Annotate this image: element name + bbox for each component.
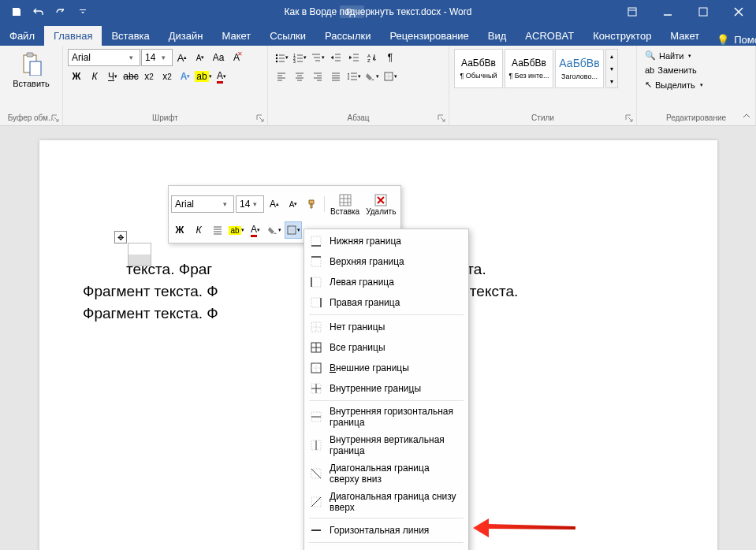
styles-scroll-down[interactable]: ▾ xyxy=(606,62,617,75)
tell-me[interactable]: 💡 Помощь... xyxy=(709,34,756,46)
tab-acrobat[interactable]: ACROBAT xyxy=(516,26,583,46)
grow-font-button[interactable]: A▴ xyxy=(173,49,191,66)
qat-customize-button[interactable] xyxy=(73,2,93,22)
paragraph-dialog-launcher[interactable] xyxy=(436,113,447,124)
align-center-button[interactable] xyxy=(291,68,308,85)
multilevel-button[interactable]: ▾ xyxy=(309,49,326,66)
menu-inside-borders[interactable]: Внутренние границы xyxy=(304,378,468,399)
align-right-button[interactable] xyxy=(309,68,326,85)
minimize-button[interactable] xyxy=(650,0,685,24)
mini-bold[interactable]: Ж xyxy=(171,221,188,239)
highlight-button[interactable]: ab▾ xyxy=(195,68,212,85)
tab-review[interactable]: Рецензирование xyxy=(380,26,478,46)
collapse-ribbon-button[interactable] xyxy=(742,111,751,121)
table-move-handle[interactable]: ✥ xyxy=(114,231,127,243)
mini-align[interactable] xyxy=(209,221,226,239)
style-heading1[interactable]: АаБбВвЗаголово... xyxy=(555,49,604,88)
find-button[interactable]: 🔍Найти▾ xyxy=(642,49,750,62)
menu-horizontal-line[interactable]: Горизонтальная линия xyxy=(304,520,468,541)
menu-diag-up-border[interactable]: Диагональная граница снизу вверх xyxy=(304,488,468,516)
clear-format-button[interactable]: A✕ xyxy=(228,49,245,66)
menu-outside-borders[interactable]: ВВнешние границынешние границы xyxy=(304,358,468,378)
font-size-combo[interactable]: 14▾ xyxy=(141,49,173,66)
line-spacing-button[interactable]: ▾ xyxy=(345,68,363,85)
superscript-button[interactable]: x2 xyxy=(158,68,176,85)
shrink-font-button[interactable]: A▾ xyxy=(192,49,209,66)
paste-button[interactable]: Вставить xyxy=(5,49,58,91)
tab-design[interactable]: Дизайн xyxy=(159,26,213,46)
styles-gallery[interactable]: АаБбВв¶ Обычный АаБбВв¶ Без инте... АаБб… xyxy=(454,49,631,88)
style-normal[interactable]: АаБбВв¶ Обычный xyxy=(454,49,503,88)
ribbon-options-button[interactable] xyxy=(614,0,650,24)
menu-all-borders[interactable]: Все границы xyxy=(304,337,468,358)
menu-top-border[interactable]: Верхняя граница xyxy=(304,251,468,272)
menu-draw-table[interactable]: Нарисовать таблицу xyxy=(304,544,468,550)
annotation-arrow xyxy=(473,516,575,540)
tab-constructor[interactable]: Конструктор xyxy=(583,26,661,46)
styles-scroll-up[interactable]: ▴ xyxy=(606,50,617,62)
font-family-combo[interactable]: Arial▾ xyxy=(68,49,140,66)
font-color-button[interactable]: A▾ xyxy=(213,68,230,85)
sort-button[interactable]: AZ xyxy=(363,49,381,66)
select-button[interactable]: ↖Выделить▾ xyxy=(642,78,750,91)
strikethrough-button[interactable]: abc xyxy=(122,68,140,85)
mini-highlight[interactable]: ab▾ xyxy=(228,221,245,239)
redo-button[interactable] xyxy=(50,2,71,22)
tab-layout2[interactable]: Макет xyxy=(661,26,709,46)
borders-button[interactable]: ▾ xyxy=(382,68,399,85)
italic-button[interactable]: К xyxy=(86,68,103,85)
align-left-button[interactable] xyxy=(273,68,290,85)
clipboard-dialog-launcher[interactable] xyxy=(50,113,61,124)
tab-home[interactable]: Главная xyxy=(44,26,102,46)
shading-button[interactable]: ▾ xyxy=(363,68,381,85)
styles-dialog-launcher[interactable] xyxy=(624,113,635,124)
replace-button[interactable]: abЗаменить xyxy=(642,64,750,76)
mini-grow-font[interactable]: A▴ xyxy=(266,195,283,213)
mini-shrink-font[interactable]: A▾ xyxy=(285,195,302,213)
mini-insert-button[interactable]: Вставка xyxy=(328,188,362,220)
change-case-button[interactable]: Aa xyxy=(210,49,227,66)
mini-size-combo[interactable]: 14▾ xyxy=(236,195,264,213)
tab-layout[interactable]: Макет xyxy=(212,26,260,46)
tab-insert[interactable]: Вставка xyxy=(102,26,158,46)
menu-inside-v-border[interactable]: Внутренняя вертикальная граница xyxy=(304,431,468,459)
svg-text:Z: Z xyxy=(367,58,371,63)
mini-shading[interactable]: ▾ xyxy=(266,221,283,239)
underline-button[interactable]: Ч▾ xyxy=(104,68,121,85)
diag-up-icon xyxy=(309,495,323,509)
tab-references[interactable]: Ссылки xyxy=(260,26,315,46)
menu-left-border[interactable]: Левая граница xyxy=(304,272,468,292)
mini-italic[interactable]: К xyxy=(190,221,207,239)
bullets-button[interactable]: ▾ xyxy=(273,49,290,66)
font-dialog-launcher[interactable] xyxy=(255,113,266,124)
menu-diag-down-border[interactable]: Диагональная граница сверху вниз xyxy=(304,459,468,488)
mini-font-combo[interactable]: Arial▾ xyxy=(171,195,234,213)
mini-font-color[interactable]: A▾ xyxy=(247,221,264,239)
mini-delete-button[interactable]: Удалить xyxy=(363,188,398,220)
show-marks-button[interactable]: ¶ xyxy=(382,49,399,66)
style-no-spacing[interactable]: АаБбВв¶ Без инте... xyxy=(505,49,553,88)
text-effects-button[interactable]: A▾ xyxy=(177,68,194,85)
increase-indent-button[interactable] xyxy=(345,49,363,66)
mini-borders-button[interactable]: ▾ xyxy=(285,221,302,239)
save-button[interactable] xyxy=(6,2,27,22)
menu-no-border[interactable]: Нет границы xyxy=(304,317,468,337)
maximize-button[interactable] xyxy=(685,0,721,24)
styles-expand[interactable]: ▾ xyxy=(606,75,617,87)
menu-bottom-border[interactable]: Нижняя граница xyxy=(304,231,468,251)
tab-mailings[interactable]: Рассылки xyxy=(315,26,380,46)
menu-right-border[interactable]: Правая граница xyxy=(304,292,468,313)
justify-button[interactable] xyxy=(327,68,344,85)
bold-button[interactable]: Ж xyxy=(68,68,85,85)
mini-format-painter[interactable] xyxy=(304,195,321,213)
close-button[interactable] xyxy=(721,0,756,24)
inside-h-icon xyxy=(309,410,323,424)
decrease-indent-button[interactable] xyxy=(327,49,344,66)
menu-separator xyxy=(309,314,464,315)
menu-inside-h-border[interactable]: Внутренняя горизонтальная граница xyxy=(304,403,468,431)
tab-view[interactable]: Вид xyxy=(479,26,516,46)
numbering-button[interactable]: 123▾ xyxy=(291,49,308,66)
tab-file[interactable]: Файл xyxy=(0,26,44,46)
subscript-button[interactable]: x2 xyxy=(140,68,158,85)
undo-button[interactable] xyxy=(28,2,49,22)
